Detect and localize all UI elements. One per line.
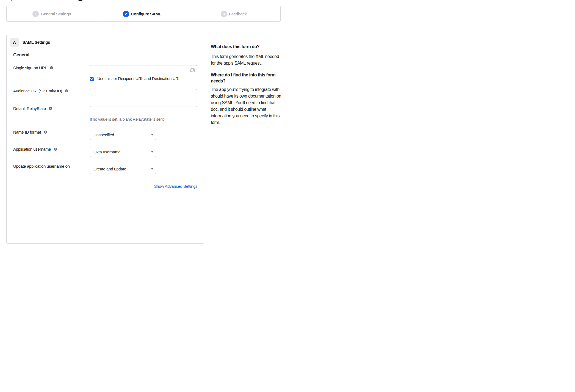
section-a-badge: A: [10, 38, 19, 47]
section-title: SAML Settings: [23, 40, 50, 45]
help-icon[interactable]: ?: [49, 107, 52, 110]
step-1-label: General Settings: [41, 12, 71, 16]
update-application-username-label: Update application username on: [13, 164, 70, 169]
recipient-url-checkbox-label: Use this for Recipient URL and Destinati…: [97, 76, 181, 81]
step-configure-saml[interactable]: 2 Configure SAML: [97, 6, 187, 21]
single-sign-on-url-input[interactable]: [90, 65, 197, 75]
contact-card-icon: [190, 68, 195, 72]
step-2-label: Configure SAML: [131, 12, 161, 16]
application-username-label: Application username ?: [13, 147, 57, 151]
general-group-heading: General: [13, 53, 29, 57]
cut-off-title-fragment-g-descender: [78, 0, 83, 1]
help-icon[interactable]: ?: [44, 131, 47, 134]
step-general-settings[interactable]: 1 General Settings: [7, 6, 97, 21]
dashed-divider: [9, 196, 201, 196]
saml-settings-header: A SAML Settings: [10, 38, 50, 47]
audience-uri-input[interactable]: [90, 89, 197, 99]
show-advanced-settings-link[interactable]: Show Advanced Settings: [154, 184, 197, 189]
name-id-format-label: Name ID format ?: [13, 130, 47, 134]
chevron-down-icon: [151, 151, 153, 153]
step-1-number-badge: 1: [32, 11, 39, 17]
help-icon[interactable]: ?: [54, 148, 57, 151]
recipient-url-checkbox[interactable]: [90, 77, 94, 81]
sidebar-paragraph-1: This form generates the XML needed for t…: [211, 53, 283, 67]
step-2-number-badge: 2: [123, 11, 129, 17]
update-application-username-select[interactable]: Create and update: [90, 164, 156, 174]
saml-settings-card: A SAML Settings General Single sign-on U…: [6, 35, 204, 196]
cut-off-title-fragment-blue: [11, 0, 12, 1]
sidebar-heading-1: What does this form do?: [211, 44, 283, 50]
application-username-select[interactable]: Okta username: [90, 147, 156, 157]
chevron-down-icon: [151, 168, 153, 170]
default-relaystate-label: Default RelayState ?: [13, 106, 52, 111]
help-sidebar: What does this form do? This form genera…: [211, 0, 283, 196]
sidebar-paragraph-2: The app you're trying to integrate with …: [211, 86, 283, 126]
audience-uri-label: Audience URI (SP Entity ID) ?: [13, 89, 68, 93]
help-icon[interactable]: ?: [50, 66, 53, 70]
relaystate-helper-text: If no value is set, a blank RelayState i…: [90, 117, 164, 122]
help-icon[interactable]: ?: [65, 89, 68, 93]
chevron-down-icon: [151, 134, 153, 136]
name-id-format-select[interactable]: Unspecified: [90, 130, 156, 140]
default-relaystate-input[interactable]: [90, 106, 197, 116]
sidebar-heading-2: Where do I find the info this form needs…: [211, 72, 283, 84]
single-sign-on-url-label: Single sign-on URL ?: [13, 65, 53, 70]
